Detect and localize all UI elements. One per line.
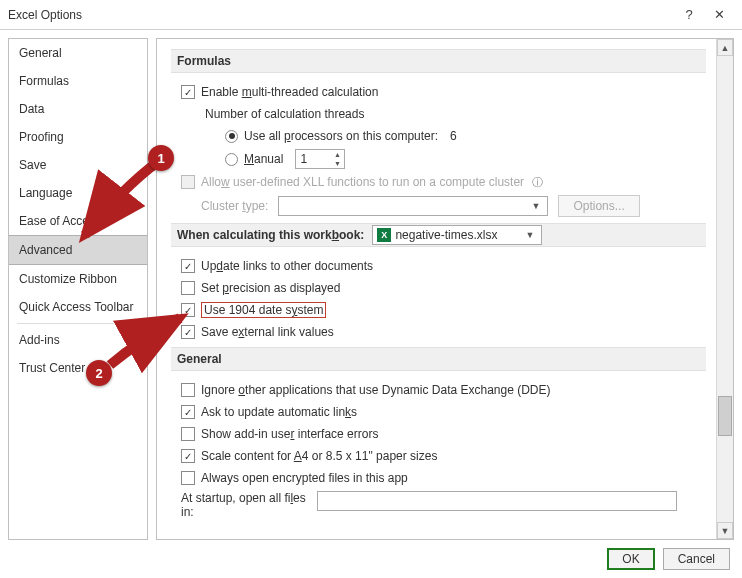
label-manual: Manual [244,152,283,166]
sidebar-item-quick-access[interactable]: Quick Access Toolbar [9,293,147,321]
checkbox-precision[interactable] [181,281,195,295]
checkbox-dde[interactable] [181,383,195,397]
label-use-all: Use all processors on this computer: [244,129,438,143]
section-formulas: Formulas [171,49,706,73]
radio-use-all[interactable] [225,130,238,143]
scroll-up-icon[interactable]: ▲ [717,39,733,56]
section-calc: When calculating this workbook: Xnegativ… [171,223,706,247]
checkbox-multithread[interactable]: ✓ [181,85,195,99]
label-addin-errors: Show add-in user interface errors [201,427,378,441]
sidebar-item-ease-of-access[interactable]: Ease of Access [9,207,147,235]
sidebar-item-data[interactable]: Data [9,95,147,123]
label-threads: Number of calculation threads [205,107,364,121]
label-startup: At startup, open all files in: [181,491,311,519]
info-icon[interactable]: ⓘ [532,175,543,190]
options-button: Options... [558,195,639,217]
label-auto-links: Ask to update automatic links [201,405,357,419]
input-startup-path[interactable] [317,491,677,511]
label-precision: Set precision as displayed [201,281,340,295]
checkbox-addin-errors[interactable] [181,427,195,441]
label-external-links: Save external link values [201,325,334,339]
label-encrypted: Always open encrypted files in this app [201,471,408,485]
sidebar-item-general[interactable]: General [9,39,147,67]
ok-button[interactable]: OK [607,548,654,570]
sidebar: General Formulas Data Proofing Save Lang… [8,38,148,540]
label-1904: Use 1904 date system [201,302,326,318]
checkbox-encrypted[interactable] [181,471,195,485]
sidebar-item-addins[interactable]: Add-ins [9,326,147,354]
sidebar-item-language[interactable]: Language [9,179,147,207]
cancel-button[interactable]: Cancel [663,548,730,570]
window-title: Excel Options [8,8,674,22]
dialog-footer: OK Cancel [0,540,742,578]
close-icon[interactable]: ✕ [704,7,734,22]
checkbox-1904[interactable]: ✓ [181,303,195,317]
dropdown-workbook[interactable]: Xnegative-times.xlsx ▼ [372,225,542,245]
radio-manual[interactable] [225,153,238,166]
sidebar-item-proofing[interactable]: Proofing [9,123,147,151]
spinner-manual[interactable]: 1 ▲▼ [295,149,345,169]
content-panel: Formulas ✓ Enable multi-threaded calcula… [157,39,716,539]
sidebar-item-customize-ribbon[interactable]: Customize Ribbon [9,265,147,293]
sidebar-item-advanced[interactable]: Advanced [9,235,147,265]
checkbox-scale-a4[interactable]: ✓ [181,449,195,463]
processor-count: 6 [450,129,457,143]
dropdown-cluster[interactable]: ▼ [278,196,548,216]
titlebar: Excel Options ? ✕ [0,0,742,30]
label-dde: Ignore other applications that use Dynam… [201,383,551,397]
help-icon[interactable]: ? [674,7,704,22]
section-general: General [171,347,706,371]
checkbox-xll [181,175,195,189]
checkbox-external-links[interactable]: ✓ [181,325,195,339]
checkbox-update-links[interactable]: ✓ [181,259,195,273]
sidebar-item-save[interactable]: Save [9,151,147,179]
label-xll: Allow user-defined XLL functions to run … [201,175,524,189]
sidebar-item-formulas[interactable]: Formulas [9,67,147,95]
scroll-down-icon[interactable]: ▼ [717,522,733,539]
scroll-thumb[interactable] [718,396,732,436]
sidebar-item-trust-center[interactable]: Trust Center [9,354,147,382]
label-update-links: Update links to other documents [201,259,373,273]
vertical-scrollbar[interactable]: ▲ ▼ [716,39,733,539]
label-cluster: Cluster type: [201,199,268,213]
excel-icon: X [377,228,391,242]
label-scale-a4: Scale content for A4 or 8.5 x 11" paper … [201,449,437,463]
checkbox-auto-links[interactable]: ✓ [181,405,195,419]
label-multithread: Enable multi-threaded calculation [201,85,378,99]
